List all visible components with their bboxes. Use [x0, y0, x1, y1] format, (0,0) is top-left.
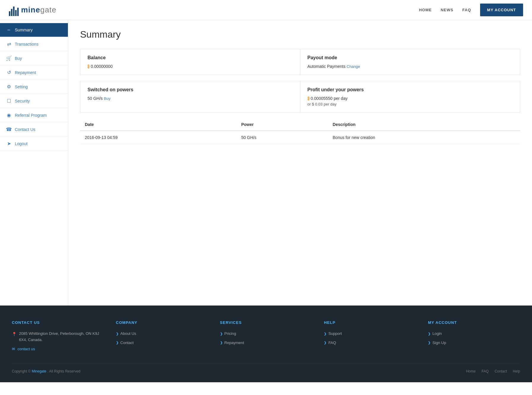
- chevron-icon: ❯: [116, 331, 119, 337]
- summary-table: Date Power Description 2016-09-13 04:59 …: [80, 119, 520, 144]
- btc-symbol-profit: ₿: [308, 96, 310, 101]
- main-content: Summary Balance ₿ 0.00000000 Payout mode…: [68, 20, 532, 306]
- powers-buy-link[interactable]: Buy: [104, 96, 110, 101]
- footer-services-title: SERVICES: [220, 320, 312, 325]
- footer-link-repayment[interactable]: ❯ Repayment: [220, 340, 312, 346]
- card-profit-value: ₿ 0.00005550 per day: [308, 96, 513, 101]
- footer-company-col: COMPANY ❯ About Us ❯ Contact: [116, 320, 208, 351]
- payout-change-link[interactable]: Change: [347, 64, 360, 69]
- footer-link-support[interactable]: ❯ Support: [324, 331, 416, 337]
- sidebar-item-logout[interactable]: ➤ Logout: [0, 137, 68, 151]
- footer-address: 📍 2085 Whittington Drive, Peterborough, …: [12, 331, 104, 343]
- btc-symbol-balance: ₿: [87, 64, 90, 69]
- chevron-icon: ❯: [116, 340, 119, 346]
- page-title: Summary: [80, 29, 520, 40]
- footer-grid: CONTACT US 📍 2085 Whittington Drive, Pet…: [12, 320, 520, 351]
- logo-bar-4: [15, 10, 17, 16]
- card-payout-title: Payout mode: [308, 55, 513, 60]
- footer-copyright: Copyright © Minegate . All Rights Reserv…: [12, 369, 80, 373]
- cell-description: Bonus for new creation: [328, 131, 520, 144]
- footer-bottom-help[interactable]: Help: [513, 369, 520, 373]
- card-powers-title: Switched on powers: [87, 87, 293, 92]
- header: minegate HOME NEWS FAQ MY ACCOUNT: [0, 0, 532, 20]
- table-header-row: Date Power Description: [80, 119, 520, 131]
- pin-icon: 📍: [12, 331, 17, 338]
- sidebar-item-buy[interactable]: 🛒 Buy: [0, 51, 68, 65]
- sidebar-item-setting[interactable]: ⚙ Setting: [0, 80, 68, 94]
- referral-icon: ◉: [6, 112, 12, 118]
- chevron-icon: ❯: [220, 331, 223, 337]
- cell-power: 50 GH/s: [236, 131, 328, 144]
- logo-bar-1: [9, 11, 10, 16]
- main-nav: HOME NEWS FAQ MY ACCOUNT: [419, 4, 523, 16]
- footer-bottom-contact[interactable]: Contact: [495, 369, 507, 373]
- footer-myaccount-title: MY ACCOUNT: [428, 320, 520, 325]
- footer-link-contact[interactable]: ❯ Contact: [116, 340, 208, 346]
- logo-bar-2: [11, 9, 12, 16]
- footer: CONTACT US 📍 2085 Whittington Drive, Pet…: [0, 306, 532, 382]
- footer-link-faq[interactable]: ❯ FAQ: [324, 340, 416, 346]
- nav-news[interactable]: NEWS: [441, 8, 453, 12]
- card-profit-sub: or $ 0.03 per day: [308, 102, 513, 106]
- card-profit: Profit under your powers ₿ 0.00005550 pe…: [300, 81, 520, 112]
- cart-icon: 🛒: [6, 55, 12, 61]
- card-powers-value: 50 GH/s Buy: [87, 96, 293, 101]
- sidebar-item-referral[interactable]: ◉ Referral Program: [0, 108, 68, 122]
- footer-email-link[interactable]: ✉ contact us: [12, 347, 104, 351]
- footer-link-signup[interactable]: ❯ Sign Up: [428, 340, 520, 346]
- footer-bottom-faq[interactable]: FAQ: [482, 369, 489, 373]
- footer-link-login[interactable]: ❯ Login: [428, 331, 520, 337]
- footer-bottom-home[interactable]: Home: [466, 369, 476, 373]
- card-powers: Switched on powers 50 GH/s Buy: [80, 81, 300, 112]
- card-balance-title: Balance: [87, 55, 293, 60]
- sidebar: ⎓ Summary ⇄ Transactions 🛒 Buy ↺ Repayme…: [0, 20, 68, 306]
- chevron-icon: ❯: [324, 340, 326, 346]
- sidebar-item-summary[interactable]: ⎓ Summary: [0, 23, 68, 37]
- footer-bottom: Copyright © Minegate . All Rights Reserv…: [12, 363, 520, 373]
- shield-icon: ☐: [6, 98, 12, 104]
- sidebar-item-transactions[interactable]: ⇄ Transactions: [0, 37, 68, 51]
- chevron-icon: ❯: [324, 331, 326, 337]
- footer-myaccount-col: MY ACCOUNT ❯ Login ❯ Sign Up: [428, 320, 520, 351]
- nav-my-account[interactable]: MY ACCOUNT: [480, 4, 523, 16]
- col-description: Description: [328, 119, 520, 131]
- logo-icon: [9, 4, 19, 16]
- footer-help-title: HELP: [324, 320, 416, 325]
- card-profit-title: Profit under your powers: [308, 87, 513, 92]
- logout-icon: ➤: [6, 141, 12, 146]
- footer-bottom-links: Home FAQ Contact Help: [466, 369, 520, 373]
- grid-icon: ⎓: [6, 27, 12, 33]
- chevron-icon: ❯: [428, 340, 431, 346]
- gear-icon: ⚙: [6, 84, 12, 89]
- logo: minegate: [9, 4, 56, 16]
- col-date: Date: [80, 119, 236, 131]
- footer-brand-link[interactable]: Minegate: [32, 369, 46, 373]
- logo-text: minegate: [21, 5, 56, 15]
- nav-faq[interactable]: FAQ: [462, 8, 471, 12]
- footer-services-col: SERVICES ❯ Pricing ❯ Repayment: [220, 320, 312, 351]
- footer-contact-col: CONTACT US 📍 2085 Whittington Drive, Pet…: [12, 320, 104, 351]
- envelope-icon: ✉: [12, 347, 15, 351]
- cards-row-2: Switched on powers 50 GH/s Buy Profit un…: [80, 81, 520, 113]
- footer-company-title: COMPANY: [116, 320, 208, 325]
- arrows-icon: ⇄: [6, 41, 12, 47]
- logo-bar-3: [13, 7, 15, 16]
- page-body: ⎓ Summary ⇄ Transactions 🛒 Buy ↺ Repayme…: [0, 20, 532, 306]
- sidebar-item-repayment[interactable]: ↺ Repayment: [0, 65, 68, 80]
- col-power: Power: [236, 119, 328, 131]
- card-payout-value: Automatic Payments Change: [308, 64, 513, 69]
- nav-home[interactable]: HOME: [419, 8, 432, 12]
- logo-bar-5: [17, 8, 19, 16]
- footer-contact-title: CONTACT US: [12, 320, 104, 325]
- card-balance-value: ₿ 0.00000000: [87, 64, 293, 69]
- footer-help-col: HELP ❯ Support ❯ FAQ: [324, 320, 416, 351]
- footer-link-about[interactable]: ❯ About Us: [116, 331, 208, 337]
- repayment-icon: ↺: [6, 70, 12, 75]
- cards-row-1: Balance ₿ 0.00000000 Payout mode Automat…: [80, 49, 520, 75]
- sidebar-item-contact[interactable]: ☎ Contact Us: [0, 122, 68, 137]
- card-payout: Payout mode Automatic Payments Change: [300, 49, 520, 75]
- table-row: 2016-09-13 04:59 50 GH/s Bonus for new c…: [80, 131, 520, 144]
- footer-link-pricing[interactable]: ❯ Pricing: [220, 331, 312, 337]
- sidebar-item-security[interactable]: ☐ Security: [0, 94, 68, 108]
- cell-date: 2016-09-13 04:59: [80, 131, 236, 144]
